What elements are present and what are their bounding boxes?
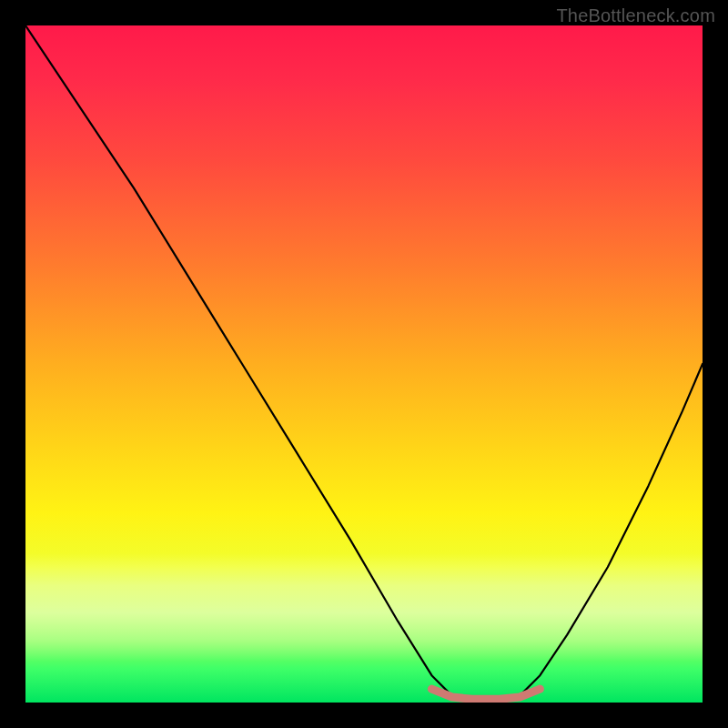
curve-layer xyxy=(25,25,703,703)
watermark-text: TheBottleneck.com xyxy=(556,5,715,26)
bottleneck-curve xyxy=(25,25,703,703)
stage: TheBottleneck.com xyxy=(0,0,728,728)
plot-area xyxy=(25,25,703,703)
